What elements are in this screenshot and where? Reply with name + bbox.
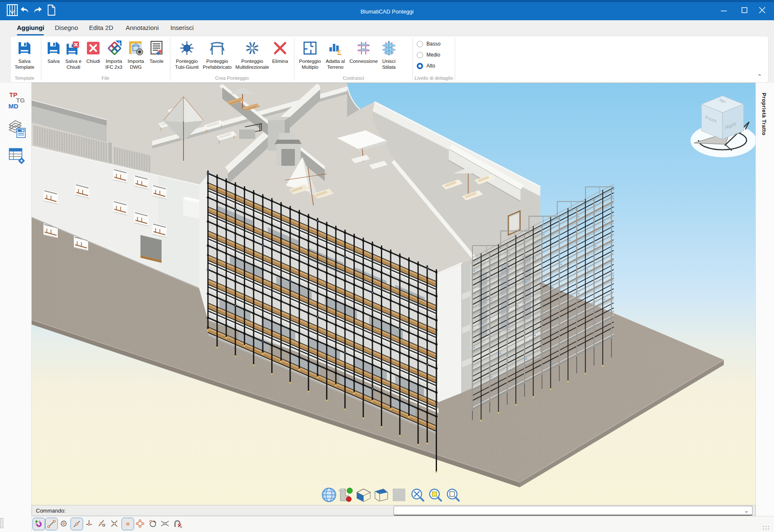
svg-text:Σ: Σ (337, 49, 341, 56)
